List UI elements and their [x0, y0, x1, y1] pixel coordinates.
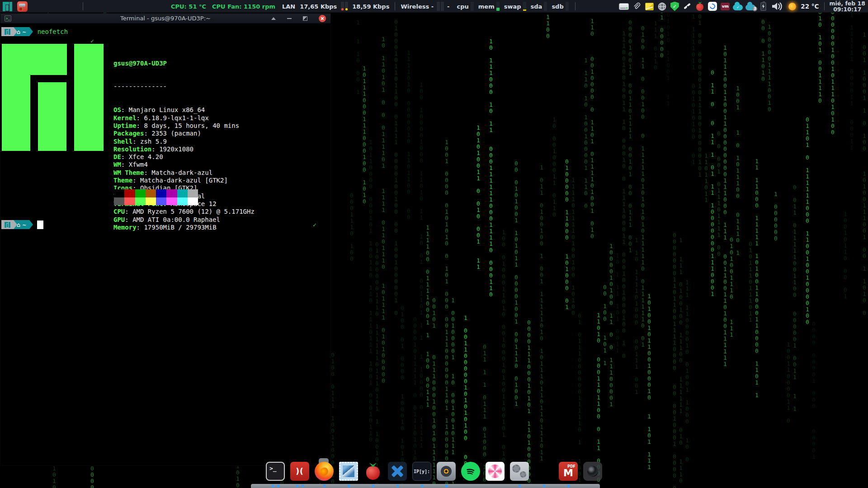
running-indicator — [272, 485, 274, 487]
vmware-tray-icon[interactable]: vm — [720, 1, 730, 11]
neofetch-field: Uptime: 8 days, 15 hours, 40 mins — [113, 122, 255, 130]
strawberry-icon — [366, 466, 380, 480]
matrix-rain-column: 0 1 0 0 0 0 1 0 1 0 1 1 0 0 1 1 1 — [666, 0, 670, 107]
dock-item-double-commander[interactable]: )( — [290, 462, 309, 481]
cpu-temp[interactable]: CPU: 51 °C — [171, 3, 206, 10]
neofetch-field: GPU: AMD ATI 0a:00.0 Raphael — [113, 216, 255, 224]
dock-item-strawberry[interactable] — [363, 462, 382, 481]
neofetch-field: CPU: AMD Ryzen 5 7600 (12) @ 5.171GHz — [113, 208, 255, 216]
dock-item-spotify[interactable] — [461, 462, 480, 481]
palette-swatch — [146, 197, 156, 206]
running-indicator — [421, 485, 423, 487]
running-indicator — [543, 485, 545, 487]
clock[interactable]: mié, feb 18 09:10:17 — [830, 0, 867, 12]
weather-tray-icon[interactable] — [787, 1, 797, 11]
dock-item-office[interactable] — [534, 462, 553, 481]
lan-upload[interactable]: 18,59 Kbps — [352, 3, 389, 10]
terminal-window: >_ Terminal - gsus@970A-UD3P:~ ⌂ ~ neofe… — [0, 13, 331, 466]
matrix-rain-column: 1 1 1 1 1 0 0 0 0 1 0 0 1 0 0 1 1 0 0 0 … — [685, 279, 689, 463]
shell-prompt: ⌂ ~ neofetch — [1, 27, 330, 36]
volume-tray-icon[interactable] — [771, 1, 784, 11]
lan-download[interactable]: 17,65 Kbps — [300, 3, 337, 10]
power-tray-icon[interactable] — [758, 1, 768, 11]
matrix-rain-column: 1 0 1 1 1 0 0 0 1 0 1 1 0 0 0 1 1 1 1 1 … — [489, 38, 493, 298]
text-cursor[interactable] — [37, 221, 43, 229]
clipboard-tray-icon[interactable] — [632, 1, 642, 11]
monitor-cpu[interactable]: cpu — [457, 2, 474, 11]
matrix-rain-column: 0 0 1 0 0 1 0 1 1 — [603, 284, 607, 373]
security-tray-icon[interactable]: ✓ — [670, 1, 679, 11]
maximize-button[interactable] — [303, 16, 307, 21]
neofetch-field: DE: Xfce 4.20 — [113, 153, 255, 161]
masterpdf-m-icon: M — [563, 469, 573, 478]
monitor-sdb[interactable]: sdb — [552, 2, 568, 11]
hammer-icon — [17, 1, 28, 12]
hard-drive-icon — [619, 3, 629, 10]
matrix-rain-column: 1 0 0 1 1 1 0 0 0 1 — [356, 0, 360, 102]
minimize-button[interactable] — [287, 18, 292, 19]
top-panel: CPU: 51 °C CPU Fan: 1150 rpm LAN 17,65 K… — [0, 0, 868, 13]
shade-button[interactable] — [271, 17, 276, 20]
matrix-rain-column: 1 0 0 0 0 0 1 1 1 1 0 0 1 0 — [768, 24, 772, 119]
matrix-rain-column: 1 0 0 1 1 0 0 0 0 1 1 0 — [787, 342, 791, 430]
terminal-titlebar[interactable]: >_ Terminal - gsus@970A-UD3P:~ — [0, 14, 330, 23]
weather-temperature[interactable]: 22 °C — [801, 3, 819, 10]
cloud-check-icon: ✓ — [733, 5, 743, 10]
panel-launchers — [2, 1, 28, 12]
strawberry-tray-icon[interactable] — [695, 1, 705, 11]
spotify-icon — [464, 465, 477, 478]
monitor-swap[interactable]: swap — [504, 2, 526, 11]
matrix-rain-column: 1 0 0 0 1 0 0 0 1 1 0 1 1 0 — [552, 117, 557, 218]
palette-swatch — [156, 197, 166, 206]
wireless-label[interactable]: Wireless - — [401, 3, 434, 10]
dock-item-settings[interactable] — [510, 462, 529, 481]
matrix-rain-column: 0 0 0 0 1 0 1 1 1 0 1 1 1 1 0 0 — [717, 131, 721, 257]
home-icon: ⌂ — [17, 221, 20, 228]
cpu-fan[interactable]: CPU Fan: 1150 rpm — [212, 3, 275, 10]
wireless-rx-indicator — [437, 2, 440, 11]
terminal-color-palette — [114, 189, 198, 205]
neofetch-underline: -------------- — [113, 83, 255, 90]
lan-label[interactable]: LAN — [282, 3, 295, 10]
dock-item-xfce-terminal[interactable]: >_ — [266, 462, 285, 481]
tools-launcher-button[interactable] — [17, 1, 28, 12]
prompt-distro-segment — [1, 27, 14, 36]
terminal-body[interactable]: ⌂ ~ neofetch ✓ gsus@970A-UD3P ----------… — [0, 23, 330, 465]
manjaro-menu-button[interactable] — [2, 1, 13, 12]
prompt-distro-segment — [1, 220, 14, 229]
dock-item-vscode[interactable] — [388, 462, 407, 481]
paperclip-icon — [632, 2, 641, 11]
dock-item-audio-player[interactable] — [437, 462, 456, 481]
disk-mounter-tray-icon[interactable] — [619, 1, 629, 11]
dock-item-screenshot[interactable] — [583, 462, 602, 481]
matrix-rain-column: 0 0 0 1 0 1 0 0 1 1 0 1 0 1 1 0 0 0 0 1 … — [514, 160, 519, 413]
sync-tray-icon[interactable] — [708, 1, 717, 11]
matrix-rain-column: 0 1 1 0 1 0 1 1 1 1 1 1 0 0 0 1 1 0 0 1 … — [806, 117, 810, 332]
exit-status-ok: ✓ — [90, 38, 94, 44]
connector-tray-icon[interactable] — [682, 1, 692, 11]
network-tray-icon[interactable] — [657, 1, 667, 11]
palette-swatch — [124, 197, 135, 206]
matrix-rain-column: 0 1 0 1 0 0 1 1 1 0 1 1 1 — [730, 230, 734, 338]
monitor-mem[interactable]: mem — [478, 2, 500, 11]
typed-command: neofetch — [38, 28, 68, 35]
dock-item-firefox[interactable] — [315, 462, 334, 481]
dock-panel-strip[interactable] — [251, 484, 600, 488]
cloud-sync-tray-icon[interactable]: 3 — [745, 1, 755, 11]
matrix-rain-column: 1 0 0 1 1 0 0 0 1 1 0 1 0 0 1 0 1 0 0 1 … — [863, 32, 867, 316]
dock-item-claws-mail[interactable] — [339, 462, 358, 481]
dock-item-paint-swirl[interactable] — [486, 462, 505, 481]
matrix-rain-column: 1 1 0 1 1 1 1 0 1 0 0 0 0 0 1 1 1 0 0 1 — [635, 237, 639, 395]
dock-item-master-pdf[interactable]: PDF M — [559, 462, 578, 481]
cloud-status-tray-icon[interactable]: ✓ — [733, 1, 743, 11]
manjaro-logo-icon — [3, 2, 13, 11]
neofetch-field: Kernel: 6.18.9-lqx1-1-lqx — [113, 114, 255, 122]
monitor-sda[interactable]: sda — [531, 2, 547, 11]
matrix-rain-column: 0 1 0 1 0 1 0 0 1 1 1 1 0 — [818, 0, 822, 104]
close-button[interactable] — [319, 15, 326, 22]
palette-swatch — [146, 189, 156, 197]
dock-item-ipython[interactable]: IP[y]: — [412, 462, 431, 481]
notes-tray-icon[interactable] — [644, 1, 654, 11]
matrix-rain-column: 1 0 0 0 0 1 0 1 0 0 1 1 0 0 1 1 1 0 0 0 … — [609, 243, 613, 408]
running-indicator — [567, 485, 570, 487]
